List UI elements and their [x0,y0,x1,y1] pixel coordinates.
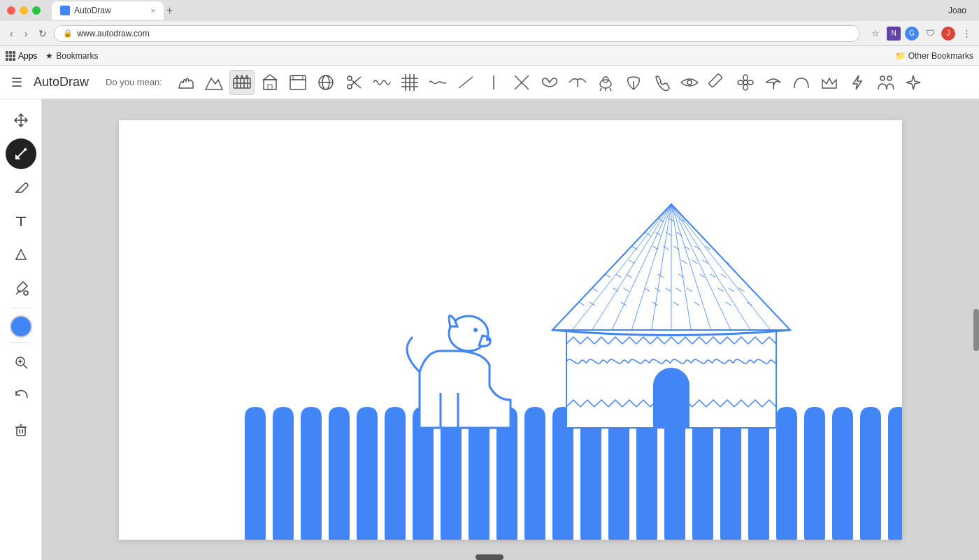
maximize-button[interactable] [32,6,41,15]
svg-point-52 [738,80,743,85]
autodraw-tool-button[interactable] [6,138,36,169]
new-tab-button[interactable]: + [166,4,173,17]
suggestion-xshape[interactable] [509,70,534,95]
undo-button[interactable] [6,380,36,411]
star-icon[interactable]: ☆ [869,27,882,41]
extension3-icon[interactable]: 🛡 [923,27,937,41]
close-button[interactable] [7,6,15,15]
suggestion-butterfly[interactable] [537,70,562,95]
shape-tool-button[interactable] [6,239,36,270]
title-bar: AutoDraw × + Joao [0,0,979,21]
tool-divider [10,308,31,308]
svg-marker-17 [245,76,248,78]
reload-button[interactable]: ↻ [34,25,51,42]
suggestion-leaf[interactable] [621,70,646,95]
svg-rect-6 [6,58,8,61]
fill-tool-button[interactable] [6,273,36,303]
suggestion-icons-container [173,70,926,95]
text-tool-button[interactable] [6,206,36,236]
color-picker-button[interactable] [10,315,32,338]
svg-point-47 [687,80,692,85]
bookmark-star-icon: ★ [45,51,53,61]
suggestion-building[interactable] [257,70,283,95]
other-bookmarks-label: Other Bookmarks [908,51,973,61]
drawing-canvas[interactable] [119,120,902,540]
suggestion-mountain[interactable] [201,70,227,95]
apps-label: Apps [18,51,37,61]
svg-line-64 [23,364,27,368]
tab-bar: AutoDraw × + [52,1,943,20]
extension1-icon[interactable]: N [887,27,901,41]
suggestion-globe[interactable] [313,70,338,95]
bottom-scrollbar[interactable] [476,554,503,560]
pencil-tool-button[interactable] [6,172,36,203]
svg-point-53 [748,80,753,85]
suggestion-line[interactable] [453,70,478,95]
bookmarks-folder[interactable]: ★ Bookmarks [45,51,98,61]
suggestion-arch[interactable] [789,70,814,95]
hamburger-button[interactable]: ☰ [11,75,22,90]
zoom-tool-button[interactable] [6,347,36,378]
canvas-container[interactable] [119,120,902,540]
svg-line-43 [600,88,601,91]
svg-marker-16 [241,76,243,78]
suggestion-pencil[interactable] [705,70,730,95]
svg-rect-23 [293,76,303,80]
suggestion-people[interactable] [873,70,898,95]
suggestion-tower[interactable] [285,70,310,95]
extension2-icon[interactable]: G [905,27,919,41]
suggestion-crown[interactable] [817,70,842,95]
delete-button[interactable] [6,414,36,445]
svg-rect-67 [17,427,25,436]
suggestion-lightning[interactable] [845,70,870,95]
nav-icons: ☆ N G 🛡 J ⋮ [869,27,973,41]
svg-marker-60 [16,250,26,259]
suggestion-flower[interactable] [733,70,758,95]
suggestion-grid[interactable] [397,70,422,95]
suggestion-bird[interactable] [565,70,590,95]
svg-point-56 [24,148,27,151]
menu-icon[interactable]: ⋮ [959,27,973,41]
svg-rect-4 [9,55,12,57]
other-bookmarks[interactable]: 📁 Other Bookmarks [895,51,973,61]
suggestion-scissors[interactable] [341,70,366,95]
svg-point-50 [743,75,748,80]
svg-point-51 [743,85,748,90]
move-tool-button[interactable] [6,105,36,136]
suggestion-sparkle[interactable] [901,70,926,95]
forward-button[interactable]: › [20,25,32,42]
minimize-button[interactable] [20,6,28,15]
suggestion-squiggle[interactable] [425,70,450,95]
svg-point-41 [600,80,611,88]
traffic-lights [7,6,41,15]
account-icon[interactable]: J [941,27,955,41]
user-name: Joao [948,6,972,15]
svg-line-37 [459,77,473,88]
tab-close-button[interactable]: × [151,6,155,15]
apps-bookmark[interactable]: Apps [6,51,37,61]
svg-marker-19 [264,75,276,80]
svg-rect-8 [13,58,15,61]
suggestion-grass[interactable] [173,70,199,95]
svg-rect-7 [9,58,12,61]
svg-rect-21 [290,76,306,89]
suggestion-eye[interactable] [677,70,702,95]
suggestion-arrow[interactable] [761,70,786,95]
main-area [0,99,979,560]
address-bar[interactable]: 🔒 www.autodraw.com [54,25,860,42]
right-scrollbar[interactable] [973,309,979,351]
svg-rect-1 [9,51,12,54]
suggestion-animal[interactable] [593,70,618,95]
tab-favicon [60,6,70,15]
suggestion-wave1[interactable] [369,70,394,95]
browser-tab[interactable]: AutoDraw × [52,1,164,20]
svg-point-49 [743,80,748,85]
back-button[interactable]: ‹ [6,25,17,42]
svg-rect-48 [708,73,722,87]
lock-icon: 🔒 [63,29,73,38]
suggestion-vline[interactable] [481,70,506,95]
suggestion-fence-active[interactable] [229,70,255,95]
svg-rect-5 [13,55,15,57]
svg-marker-15 [236,76,238,78]
suggestion-phone[interactable] [649,70,674,95]
